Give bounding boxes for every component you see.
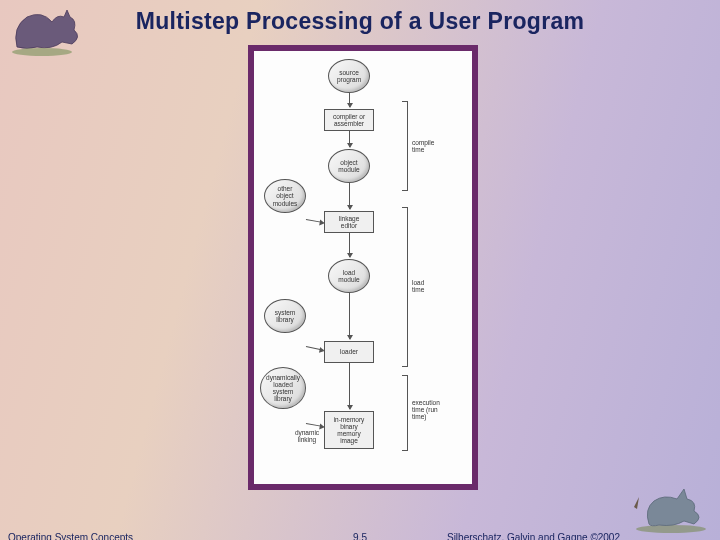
bracket-compile-time (402, 101, 408, 191)
diagram-canvas: sourceprogram compiler orassembler objec… (254, 51, 472, 484)
node-memory-image: in-memorybinarymemoryimage (324, 411, 374, 449)
node-dynamic-library: dynamicallyloadedsystemlibrary (260, 367, 306, 409)
node-label: dynamicallyloadedsystemlibrary (266, 374, 300, 403)
phase-execution-time: executiontime (runtime) (412, 399, 452, 420)
node-system-library: systemlibrary (264, 299, 306, 333)
arrow (306, 346, 324, 351)
node-load-module: loadmodule (328, 259, 370, 293)
node-label: in-memorybinarymemoryimage (334, 416, 365, 445)
node-label: loadmodule (338, 269, 359, 283)
arrow (306, 423, 324, 427)
arrow (349, 183, 350, 209)
node-linkage-editor: linkageeditor (324, 211, 374, 233)
bracket-load-time (402, 207, 408, 367)
svg-point-0 (12, 48, 72, 56)
node-other-object-modules: otherobjectmodules (264, 179, 306, 213)
node-label: otherobjectmodules (273, 185, 298, 206)
dino-top-illustration (2, 2, 102, 57)
node-label: loader (340, 348, 358, 355)
arrow (349, 233, 350, 257)
node-label: systemlibrary (275, 309, 296, 323)
phase-compile-time: compiletime (412, 139, 452, 153)
dino-bottom-illustration (629, 479, 714, 534)
arrow (349, 93, 350, 107)
node-label: sourceprogram (337, 69, 361, 83)
node-label: compiler orassembler (333, 113, 365, 127)
dynamic-linking-label: dynamiclinking (292, 429, 322, 443)
node-label: objectmodule (338, 159, 359, 173)
arrow (349, 131, 350, 147)
arrow (306, 219, 324, 223)
footer-copyright: Silberschatz, Galvin and Gagne ©2002 (447, 532, 620, 540)
node-loader: loader (324, 341, 374, 363)
node-label: linkageeditor (339, 215, 360, 229)
bracket-execution-time (402, 375, 408, 451)
node-source-program: sourceprogram (328, 59, 370, 93)
arrow (349, 293, 350, 339)
arrow (349, 363, 350, 409)
phase-load-time: loadtime (412, 279, 452, 293)
node-compiler: compiler orassembler (324, 109, 374, 131)
diagram-frame: sourceprogram compiler orassembler objec… (248, 45, 478, 490)
node-object-module: objectmodule (328, 149, 370, 183)
slide-title: Multistep Processing of a User Program (0, 0, 720, 35)
